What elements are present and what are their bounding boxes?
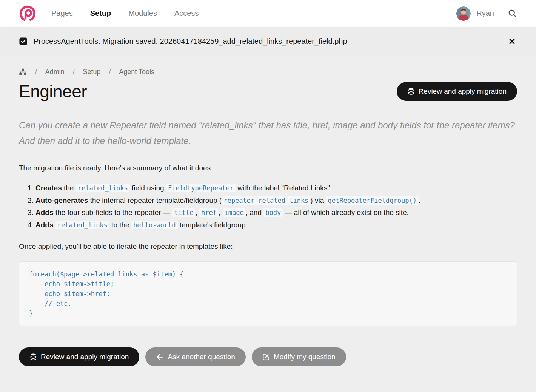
notification-message: ProcessAgentTools: Migration saved: 2026… — [34, 37, 347, 46]
breadcrumb-agent-tools[interactable]: Agent Tools — [119, 68, 154, 76]
breadcrumb-separator: / — [109, 68, 111, 76]
ask-another-question-button[interactable]: Ask another question — [145, 347, 246, 366]
sitemap-icon[interactable] — [19, 68, 27, 76]
username[interactable]: Ryan — [476, 9, 494, 18]
notification-bar: ProcessAgentTools: Migration saved: 2026… — [0, 27, 536, 56]
code-sample: foreach($page->related_links as $item) {… — [19, 261, 517, 326]
processwire-logo-icon — [19, 5, 36, 22]
list-item: Adds the four sub-fields to the repeater… — [35, 207, 517, 219]
summary-intro: The migration file is ready. Here's a su… — [19, 163, 517, 173]
review-apply-migration-button[interactable]: Review and apply migration — [19, 347, 139, 366]
checkbox-checked-icon — [19, 37, 28, 46]
list-item: Adds related_links to the hello-world te… — [35, 219, 517, 231]
avatar-photo — [456, 6, 471, 21]
top-nav-bar: Pages Setup Modules Access Ryan — [0, 0, 536, 27]
edit-icon — [262, 353, 270, 361]
page-title: Engineer — [19, 81, 87, 102]
main-content: / Admin / Setup / Agent Tools Engineer R… — [0, 56, 536, 366]
migration-summary-list: Creates the related_links field using Fi… — [27, 182, 517, 231]
processwire-logo[interactable] — [19, 5, 36, 22]
page-header: Engineer Review and apply migration — [19, 81, 517, 102]
review-apply-migration-button-top[interactable]: Review and apply migration — [397, 82, 517, 101]
arrow-left-icon — [156, 353, 164, 361]
topbar-user-area: Ryan — [456, 6, 517, 21]
breadcrumb-separator: / — [35, 68, 37, 76]
iterate-hint-text: Once applied, you'll be able to iterate … — [19, 242, 517, 251]
nav-item-modules[interactable]: Modules — [128, 9, 157, 18]
database-icon — [29, 353, 37, 361]
main-menu: Pages Setup Modules Access — [51, 9, 199, 18]
search-icon[interactable] — [508, 9, 517, 18]
nav-item-access[interactable]: Access — [174, 9, 199, 18]
review-apply-migration-label: Review and apply migration — [41, 353, 129, 361]
breadcrumb-setup[interactable]: Setup — [83, 68, 101, 76]
nav-item-pages[interactable]: Pages — [51, 9, 73, 18]
action-buttons-row: Review and apply migration Ask another q… — [19, 347, 517, 366]
modify-question-button[interactable]: Modify my question — [252, 347, 346, 366]
close-icon[interactable] — [507, 36, 517, 46]
list-item: Auto-generates the internal repeater tem… — [35, 194, 517, 207]
breadcrumb: / Admin / Setup / Agent Tools — [19, 68, 517, 76]
list-item: Creates the related_links field using Fi… — [35, 182, 517, 194]
breadcrumb-admin[interactable]: Admin — [45, 68, 65, 76]
avatar[interactable] — [456, 6, 471, 21]
breadcrumb-separator: / — [73, 68, 75, 76]
ask-another-question-label: Ask another question — [168, 353, 235, 361]
database-icon — [407, 88, 415, 95]
review-apply-migration-label: Review and apply migration — [419, 87, 507, 96]
modify-question-label: Modify my question — [274, 353, 336, 361]
user-question: Can you create a new Repeater field name… — [19, 117, 517, 148]
nav-item-setup[interactable]: Setup — [90, 9, 111, 18]
